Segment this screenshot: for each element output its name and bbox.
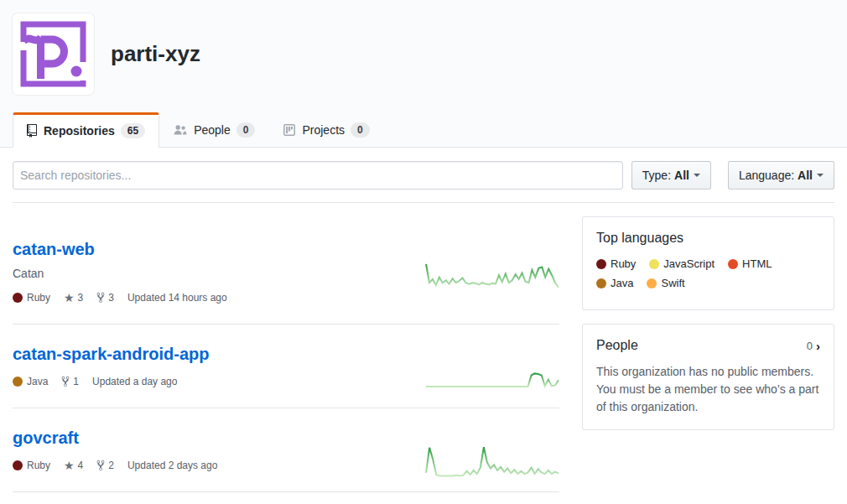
language-dot-icon [13, 460, 23, 470]
top-languages-legend: Ruby JavaScript HTML Java [596, 257, 820, 296]
language-dot-icon [596, 278, 606, 288]
repo-updated: Updated a day ago [92, 376, 177, 387]
org-tabs: Repositories 65 People 0 Projects 0 [13, 112, 834, 147]
top-languages-title: Top languages [596, 231, 820, 246]
language-dot-icon [647, 278, 657, 288]
language-dot-icon [13, 377, 23, 387]
fork-icon [96, 460, 105, 471]
commit-activity-sparkline [425, 361, 559, 390]
repo-link[interactable]: catan-spark-android-app [13, 345, 209, 363]
tab-counter: 65 [121, 123, 145, 138]
language-filter-ruby[interactable]: Ruby [596, 257, 636, 270]
repo-language: Java [13, 376, 48, 387]
fork-icon [61, 376, 70, 387]
tab-label: People [194, 123, 231, 137]
caret-down-icon [817, 174, 824, 177]
language-filter-java[interactable]: Java [596, 277, 633, 289]
tab-people[interactable]: People 0 [159, 112, 269, 147]
repo-language: Ruby [13, 460, 50, 471]
org-name-title: parti-xyz [111, 41, 200, 67]
commit-activity-sparkline [425, 441, 559, 479]
language-dot-icon [728, 259, 738, 269]
repo-filter-row: Type: All Language: All [13, 161, 834, 190]
tab-label: Projects [302, 123, 345, 137]
tab-counter: 0 [236, 122, 256, 138]
people-icon [174, 124, 187, 136]
tab-projects[interactable]: Projects 0 [269, 112, 383, 147]
repo-link[interactable]: govcraft [13, 429, 79, 447]
star-icon: ★ [64, 292, 75, 304]
projects-icon [283, 124, 295, 136]
repo-link[interactable]: catan-web [13, 240, 95, 258]
type-filter-button[interactable]: Type: All [631, 161, 711, 190]
tab-repositories[interactable]: Repositories 65 [13, 112, 159, 148]
repo-row-catan-web: catan-web Catan Ruby ★ 3 3 [13, 220, 559, 325]
tab-label: Repositories [44, 124, 115, 138]
fork-icon [96, 292, 105, 304]
type-filter-value: All [674, 169, 689, 182]
parti-logo-icon [13, 13, 94, 95]
people-count-link[interactable]: 0 › [807, 340, 820, 352]
repo-language: Ruby [13, 292, 50, 304]
language-filter-label: Language: [739, 169, 794, 182]
commit-activity-sparkline [425, 259, 559, 293]
language-filter-swift[interactable]: Swift [647, 277, 684, 289]
repo-icon [27, 124, 37, 138]
people-box: People 0 › This organization has no publ… [582, 324, 834, 430]
chevron-right-icon: › [816, 340, 820, 352]
org-identity: parti-xyz [13, 13, 834, 95]
language-filter-javascript[interactable]: JavaScript [649, 257, 714, 270]
repo-updated: Updated 2 days ago [127, 460, 217, 471]
tab-counter: 0 [351, 122, 370, 138]
language-dot-icon [649, 259, 659, 269]
repo-forks[interactable]: 2 [96, 460, 114, 471]
language-filter-value: All [798, 169, 813, 182]
language-dot-icon [13, 293, 23, 303]
star-icon: ★ [64, 460, 75, 471]
sidebar: Top languages Ruby JavaScript HTML [582, 216, 834, 444]
language-dot-icon [596, 259, 606, 269]
search-repositories-input[interactable] [13, 161, 623, 190]
repo-updated: Updated 14 hours ago [127, 292, 227, 304]
org-avatar-logo [13, 13, 94, 95]
people-title: People [596, 338, 638, 353]
caret-down-icon [694, 174, 700, 177]
repo-stars[interactable]: ★ 3 [64, 292, 83, 304]
repo-forks[interactable]: 1 [61, 376, 79, 387]
people-count: 0 [807, 340, 813, 352]
repo-meta: Ruby ★ 3 3 Updated 14 hours ago [13, 292, 559, 304]
repo-list: catan-web Catan Ruby ★ 3 3 [13, 220, 559, 492]
repo-forks[interactable]: 3 [96, 292, 114, 304]
people-description: This organization has no public members.… [596, 363, 820, 416]
org-header: parti-xyz Repositories 65 People 0 [0, 0, 847, 148]
top-languages-box: Top languages Ruby JavaScript HTML [582, 216, 834, 310]
repo-row-catan-spark-android-app: catan-spark-android-app Java ★ [13, 325, 559, 408]
language-filter-button[interactable]: Language: All [728, 161, 834, 190]
repo-stars[interactable]: ★ 4 [64, 460, 83, 471]
type-filter-label: Type: [642, 169, 671, 182]
repo-row-govcraft: govcraft Ruby ★ 4 2 [13, 408, 559, 492]
language-filter-html[interactable]: HTML [728, 257, 772, 270]
